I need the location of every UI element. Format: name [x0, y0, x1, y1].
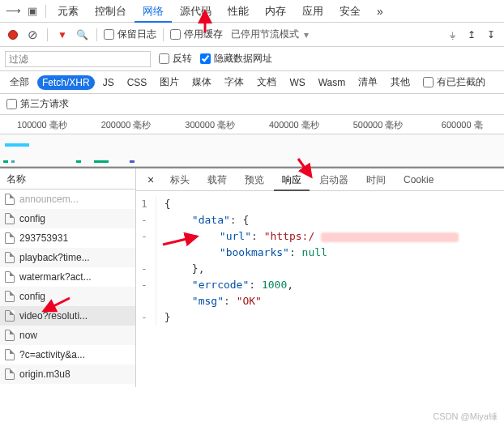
tab-performance[interactable]: 性能	[220, 0, 257, 23]
table-row[interactable]: watermark?act...	[0, 267, 135, 287]
table-row[interactable]: config	[0, 209, 135, 228]
type-manifest[interactable]: 清单	[353, 74, 382, 91]
svg-line-3	[163, 236, 197, 245]
search-icon[interactable]: 🔍	[74, 27, 90, 43]
subtab-initiator[interactable]: 启动器	[311, 168, 357, 191]
table-row[interactable]: config	[0, 287, 135, 306]
table-row[interactable]: playback?time...	[0, 248, 135, 267]
download-icon[interactable]: ↧	[483, 27, 499, 43]
file-icon	[5, 330, 15, 341]
type-wasm[interactable]: Wasm	[314, 75, 351, 90]
close-icon[interactable]: ×	[141, 173, 160, 186]
file-icon	[5, 271, 15, 283]
column-name[interactable]: 名称	[0, 168, 135, 190]
type-media[interactable]: 媒体	[187, 74, 216, 91]
file-icon	[5, 349, 15, 360]
separator	[45, 5, 46, 18]
tab-memory[interactable]: 内存	[257, 0, 294, 23]
filter-input[interactable]	[5, 51, 151, 67]
table-row[interactable]: 293753931	[0, 228, 135, 248]
timeline-ruler[interactable]: 100000 毫秒 200000 毫秒 300000 毫秒 400000 毫秒 …	[0, 115, 504, 134]
table-row[interactable]: origin.m3u8	[0, 364, 135, 384]
table-row[interactable]: ?c=activity&a...	[0, 345, 135, 364]
blocked-check[interactable]: 有已拦截的	[423, 75, 485, 89]
subtab-payload[interactable]: 载荷	[199, 168, 235, 191]
invert-check[interactable]: 反转	[159, 52, 192, 66]
type-ws[interactable]: WS	[284, 75, 310, 90]
tab-application[interactable]: 应用	[294, 0, 331, 23]
type-doc[interactable]: 文档	[252, 74, 281, 91]
type-img[interactable]: 图片	[155, 74, 184, 91]
tab-elements[interactable]: 元素	[49, 0, 87, 23]
tab-console[interactable]: 控制台	[87, 0, 135, 23]
thirdparty-check[interactable]: 第三方请求	[6, 97, 69, 111]
table-row[interactable]: announcem...	[0, 190, 135, 209]
file-icon	[5, 213, 15, 224]
table-row[interactable]: video?resoluti...	[0, 306, 135, 326]
subtab-cookie[interactable]: Cookie	[395, 168, 442, 191]
response-body[interactable]: 1 -- -- - { "data": { "url": "https:/ "b…	[136, 191, 504, 330]
file-icon	[5, 252, 15, 263]
type-css[interactable]: CSS	[122, 75, 152, 90]
watermark: CSDN @Miya锤	[433, 411, 498, 423]
subtab-headers[interactable]: 标头	[162, 168, 198, 191]
tab-sources[interactable]: 源代码	[172, 0, 220, 23]
preserve-log-check[interactable]: 保留日志	[104, 28, 156, 41]
file-icon	[5, 368, 15, 380]
filter-icon[interactable]: ▼	[54, 27, 70, 43]
type-other[interactable]: 其他	[386, 74, 415, 91]
inspect-icon[interactable]: ⟶	[3, 5, 23, 17]
device-toggle-icon[interactable]: ▣	[23, 5, 42, 17]
subtab-response[interactable]: 响应	[274, 168, 310, 191]
file-icon	[5, 194, 15, 205]
type-all[interactable]: 全部	[5, 74, 34, 91]
file-icon	[5, 232, 15, 244]
tab-security[interactable]: 安全	[331, 0, 369, 23]
table-row[interactable]: now	[0, 326, 135, 345]
disable-cache-check[interactable]: 停用缓存	[170, 28, 223, 41]
type-fetchxhr[interactable]: Fetch/XHR	[37, 75, 95, 90]
clear-button[interactable]: ⊘	[24, 27, 41, 43]
request-list: announcem... config 293753931 playback?t…	[0, 190, 135, 384]
hide-data-urls-check[interactable]: 隐藏数据网址	[200, 52, 272, 66]
timeline-overview[interactable]	[0, 134, 504, 167]
dropdown-icon[interactable]: ▾	[304, 29, 309, 40]
type-font[interactable]: 字体	[220, 74, 249, 91]
tabs-more[interactable]: »	[369, 0, 391, 23]
upload-icon[interactable]: ↥	[463, 27, 480, 43]
file-icon	[5, 310, 15, 322]
type-js[interactable]: JS	[98, 75, 119, 90]
subtab-timing[interactable]: 时间	[358, 168, 394, 191]
file-icon	[5, 291, 15, 302]
throttling-label[interactable]: 已停用节流模式	[231, 28, 299, 41]
subtab-preview[interactable]: 预览	[237, 168, 272, 191]
wifi-icon[interactable]: ⏚	[444, 27, 460, 43]
tab-network[interactable]: 网络	[135, 0, 172, 23]
record-button[interactable]	[5, 27, 21, 43]
